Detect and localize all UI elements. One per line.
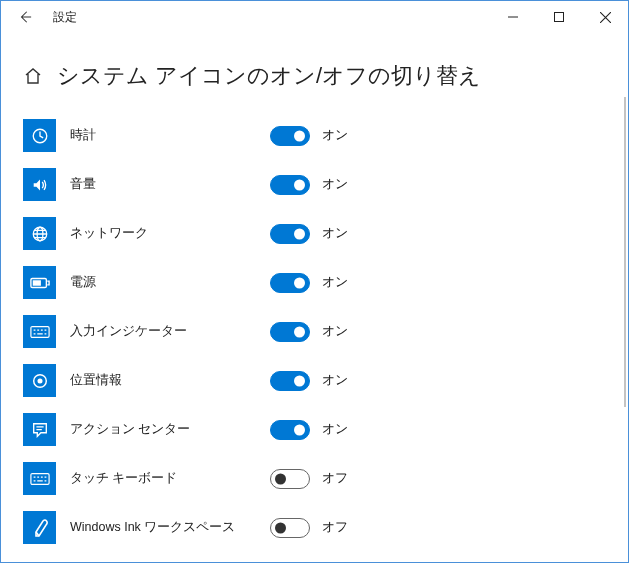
toggle-state-label: オン (322, 274, 348, 291)
setting-row-network: ネットワークオン (23, 217, 606, 250)
scrollbar[interactable] (624, 97, 626, 407)
setting-row-action: アクション センターオン (23, 413, 606, 446)
location-icon (23, 364, 56, 397)
volume-icon (23, 168, 56, 201)
setting-label: アクション センター (70, 421, 270, 438)
toggle-knob (294, 424, 305, 435)
toggle-wrap: オン (270, 371, 348, 391)
toggle-ime[interactable] (270, 322, 310, 342)
setting-label: 入力インジケーター (70, 323, 270, 340)
toggle-knob (275, 522, 286, 533)
setting-row-ink: Windows Ink ワークスペースオフ (23, 511, 606, 544)
toggle-knob (275, 473, 286, 484)
action-icon (23, 413, 56, 446)
toggle-network[interactable] (270, 224, 310, 244)
toggle-state-label: オン (322, 421, 348, 438)
setting-row-clock: 時計オン (23, 119, 606, 152)
home-icon[interactable] (23, 66, 43, 86)
toggle-knob (294, 179, 305, 190)
toggle-clock[interactable] (270, 126, 310, 146)
titlebar: 設定 (1, 1, 628, 33)
maximize-icon (554, 12, 564, 22)
setting-label: ネットワーク (70, 225, 270, 242)
svg-rect-9 (30, 473, 48, 484)
toggle-touchkb[interactable] (270, 469, 310, 489)
toggle-power[interactable] (270, 273, 310, 293)
setting-row-location: 位置情報オン (23, 364, 606, 397)
toggle-wrap: オン (270, 273, 348, 293)
setting-label: Windows Ink ワークスペース (70, 519, 270, 536)
page-header: システム アイコンのオン/オフの切り替え (23, 61, 606, 91)
toggle-wrap: オン (270, 322, 348, 342)
setting-row-ime: 入力インジケーターオン (23, 315, 606, 348)
back-button[interactable] (1, 1, 49, 33)
network-icon (23, 217, 56, 250)
minimize-icon (508, 12, 518, 22)
toggle-state-label: オフ (322, 470, 348, 487)
toggle-state-label: オン (322, 176, 348, 193)
toggle-knob (294, 130, 305, 141)
arrow-left-icon (18, 10, 32, 24)
toggle-state-label: オン (322, 225, 348, 242)
toggle-ink[interactable] (270, 518, 310, 538)
toggle-volume[interactable] (270, 175, 310, 195)
setting-label: 位置情報 (70, 372, 270, 389)
toggle-knob (294, 228, 305, 239)
close-icon (600, 12, 611, 23)
toggle-wrap: オン (270, 126, 348, 146)
toggle-state-label: オン (322, 372, 348, 389)
svg-point-8 (37, 378, 42, 383)
toggle-wrap: オフ (270, 518, 348, 538)
toggle-state-label: オン (322, 323, 348, 340)
toggle-wrap: オン (270, 420, 348, 440)
setting-row-volume: 音量オン (23, 168, 606, 201)
content-area: システム アイコンのオン/オフの切り替え 時計オン音量オンネットワークオン電源オ… (1, 51, 628, 562)
touchkb-icon (23, 462, 56, 495)
setting-label: タッチ キーボード (70, 470, 270, 487)
toggle-wrap: オフ (270, 469, 348, 489)
setting-label: 音量 (70, 176, 270, 193)
svg-rect-6 (30, 326, 48, 337)
clock-icon (23, 119, 56, 152)
setting-label: 時計 (70, 127, 270, 144)
close-button[interactable] (582, 1, 628, 33)
ink-icon (23, 511, 56, 544)
setting-label: 電源 (70, 274, 270, 291)
window-title: 設定 (49, 9, 77, 26)
toggle-wrap: オン (270, 224, 348, 244)
settings-window: 設定 システム アイコンのオン/オフの切り替え 時計オン音量オンネットワークオン… (0, 0, 629, 563)
ime-icon (23, 315, 56, 348)
toggle-wrap: オン (270, 175, 348, 195)
power-icon (23, 266, 56, 299)
svg-rect-0 (555, 13, 564, 22)
toggle-action[interactable] (270, 420, 310, 440)
maximize-button[interactable] (536, 1, 582, 33)
minimize-button[interactable] (490, 1, 536, 33)
setting-row-power: 電源オン (23, 266, 606, 299)
setting-row-touchkb: タッチ キーボードオフ (23, 462, 606, 495)
toggle-knob (294, 375, 305, 386)
toggle-knob (294, 326, 305, 337)
toggle-knob (294, 277, 305, 288)
svg-rect-5 (32, 280, 40, 285)
toggle-state-label: オン (322, 127, 348, 144)
settings-list: 時計オン音量オンネットワークオン電源オン入力インジケーターオン位置情報オンアクシ… (23, 119, 606, 544)
toggle-location[interactable] (270, 371, 310, 391)
toggle-state-label: オフ (322, 519, 348, 536)
page-title: システム アイコンのオン/オフの切り替え (57, 61, 481, 91)
